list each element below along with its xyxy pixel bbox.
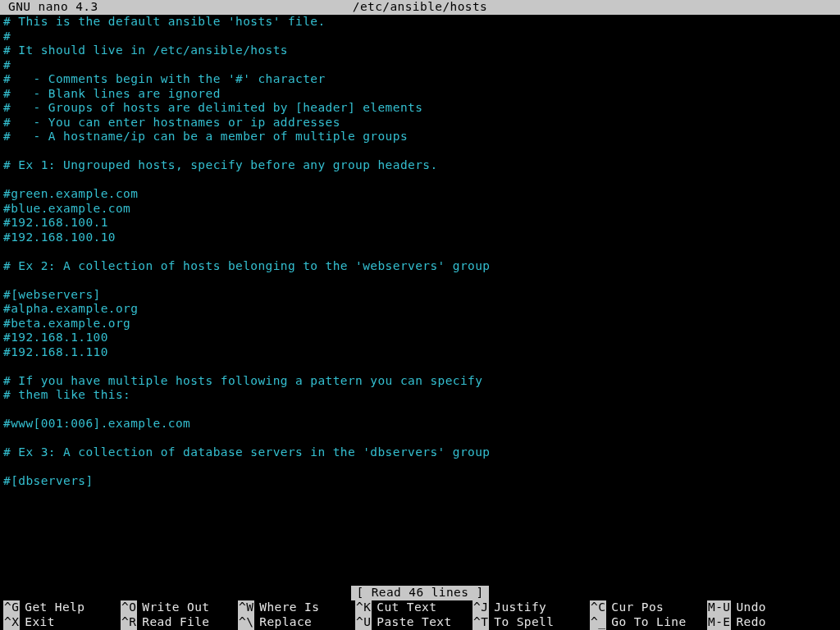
editor-line[interactable] [3,173,837,188]
editor-line[interactable]: # [3,30,837,44]
shortcut-key: ^_ [590,615,606,630]
shortcut-label: To Spell [489,615,554,630]
editor-line[interactable]: #192.168.100.10 [3,231,837,245]
shortcut-label: Paste Text [372,615,451,630]
editor-line[interactable]: # - You can enter hostnames or ip addres… [3,116,837,130]
shortcut-key: M-E [707,615,731,630]
shortcut-label: Read File [137,615,209,630]
shortcut-key: ^X [3,615,20,630]
shortcut-item[interactable]: ^_Go To Line [590,615,707,630]
shortcut-label: Cut Text [372,600,436,615]
shortcut-key: ^W [238,600,254,615]
shortcut-item[interactable]: ^CCur Pos [590,600,707,615]
shortcut-key: ^U [355,615,372,630]
editor-line[interactable]: # - Blank lines are ignored [3,87,837,102]
editor-line[interactable]: # them like this: [3,388,837,403]
editor-line[interactable]: # It should live in /etc/ansible/hosts [3,43,837,58]
shortcut-label: Where Is [254,600,319,615]
editor-line[interactable]: # If you have multiple hosts following a… [3,374,837,389]
editor-line[interactable]: #www[001:006].example.com [3,417,837,431]
editor-line[interactable]: #blue.example.com [3,202,837,217]
shortcut-row-1: ^GGet Help^OWrite Out^WWhere Is^KCut Tex… [0,600,840,615]
shortcut-key: ^C [590,600,606,615]
shortcut-item[interactable]: ^WWhere Is [238,600,355,615]
shortcut-item[interactable]: ^OWrite Out [121,600,238,615]
shortcut-row-2: ^XExit^RRead File^\Replace^UPaste Text^T… [0,615,840,630]
status-bar: [ Read 46 lines ] [0,586,840,600]
editor-line[interactable]: # - Comments begin with the '#' characte… [3,72,837,87]
shortcut-label: Get Help [20,600,84,615]
shortcut-label: Write Out [137,600,209,615]
editor-line[interactable]: #beta.example.org [3,317,837,331]
editor-line[interactable]: #[webservers] [3,288,837,303]
shortcut-item[interactable]: ^\Replace [238,615,355,630]
editor-line[interactable]: # - Groups of hosts are delimited by [he… [3,101,837,116]
shortcut-key: ^G [3,600,20,615]
shortcut-key: ^\ [238,615,254,630]
titlebar: GNU nano 4.3 /etc/ansible/hosts [0,0,840,15]
shortcut-key: ^O [121,600,137,615]
shortcut-key: ^K [355,600,372,615]
shortcut-item[interactable]: ^UPaste Text [355,615,472,630]
editor-line[interactable]: #192.168.1.100 [3,331,837,345]
shortcut-label: Exit [20,615,55,630]
shortcut-item[interactable]: ^KCut Text [355,600,472,615]
status-message: [ Read 46 lines ] [351,586,488,600]
shortcut-item[interactable]: ^XExit [3,615,121,630]
shortcut-key: ^J [472,600,489,615]
shortcut-item[interactable]: ^RRead File [121,615,238,630]
editor-line[interactable] [3,431,837,446]
editor-line[interactable] [3,460,837,475]
editor-line[interactable] [3,144,837,159]
file-path: /etc/ansible/hosts [0,0,840,15]
editor-line[interactable]: # This is the default ansible 'hosts' fi… [3,15,837,30]
editor-line[interactable]: # Ex 3: A collection of database servers… [3,445,837,460]
shortcut-key: ^R [121,615,137,630]
editor-line[interactable] [3,403,837,418]
shortcut-label: Cur Pos [606,600,664,615]
shortcut-key: ^T [472,615,489,630]
shortcut-item[interactable]: M-ERedo [707,615,806,630]
editor-line[interactable] [3,359,837,374]
editor-line[interactable]: # Ex 2: A collection of hosts belonging … [3,259,837,274]
shortcut-label: Redo [731,615,766,630]
shortcut-key: M-U [707,600,731,615]
editor-line[interactable]: # [3,58,837,73]
shortcut-item[interactable]: ^JJustify [472,600,590,615]
shortcut-item[interactable]: ^GGet Help [3,600,121,615]
shortcut-bar: ^GGet Help^OWrite Out^WWhere Is^KCut Tex… [0,600,840,630]
shortcut-label: Undo [731,600,766,615]
editor-line[interactable] [3,244,837,259]
editor-line[interactable]: # Ex 1: Ungrouped hosts, specify before … [3,158,837,173]
shortcut-item[interactable]: ^TTo Spell [472,615,590,630]
editor-line[interactable]: # - A hostname/ip can be a member of mul… [3,130,837,144]
editor-area[interactable]: # This is the default ansible 'hosts' fi… [0,15,840,489]
shortcut-label: Replace [254,615,312,630]
editor-line[interactable]: #192.168.1.110 [3,345,837,360]
editor-line[interactable]: #192.168.100.1 [3,216,837,231]
editor-line[interactable]: #[dbservers] [3,474,837,489]
shortcut-item[interactable]: M-UUndo [707,600,806,615]
shortcut-label: Go To Line [606,615,686,630]
shortcut-label: Justify [489,600,546,615]
editor-line[interactable] [3,273,837,288]
editor-line[interactable]: #green.example.com [3,187,837,202]
editor-line[interactable]: #alpha.example.org [3,302,837,317]
